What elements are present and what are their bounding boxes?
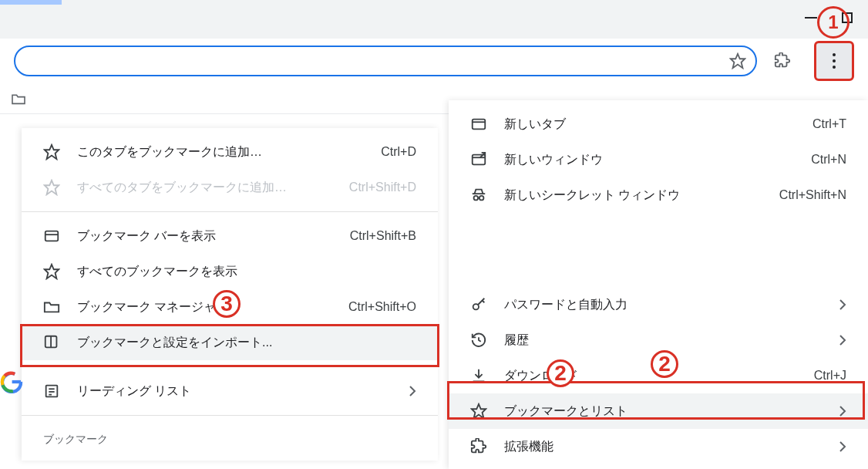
menu-item-incognito[interactable]: 新しいシークレット ウィンドウ Ctrl+Shift+N — [449, 177, 868, 213]
menu-separator — [22, 366, 438, 367]
menu-item-show-all[interactable]: すべてのブックマークを表示 — [22, 254, 438, 289]
svg-marker-0 — [731, 54, 745, 68]
menu-label: すべてのタブをブックマークに追加… — [77, 180, 349, 196]
svg-marker-14 — [45, 181, 59, 194]
new-tab-icon — [470, 116, 487, 133]
menu-label: 新しいウィンドウ — [504, 152, 811, 168]
menu-shortcut: Ctrl+Shift+D — [349, 181, 416, 194]
star-plus-icon — [43, 179, 60, 196]
svg-rect-4 — [473, 155, 486, 165]
book-icon — [43, 334, 60, 351]
list-icon — [43, 383, 60, 400]
url-input[interactable] — [14, 46, 757, 76]
menu-item-passwords[interactable]: パスワードと自動入力 — [449, 287, 868, 322]
menu-label: パスワードと自動入力 — [504, 297, 839, 313]
menu-separator — [22, 415, 438, 416]
menu-shortcut: Ctrl+T — [812, 117, 846, 131]
menu-heading: ブックマーク — [22, 422, 438, 454]
menu-item-bookmark-all[interactable]: すべてのタブをブックマークに追加… Ctrl+Shift+D — [22, 170, 438, 205]
menu-item-history[interactable]: 履歴 — [449, 322, 868, 358]
toolbar-icon — [43, 228, 60, 245]
menu-label: すべてのブックマークを表示 — [77, 264, 416, 280]
menu-label: ブックマーク バーを表示 — [77, 228, 350, 245]
bookmark-folder-icon[interactable] — [11, 93, 26, 105]
menu-item-manager[interactable]: ブックマーク マネージャ Ctrl+Shift+O — [22, 289, 438, 325]
chevron-right-icon — [839, 405, 846, 417]
menu-label: リーディング リスト — [77, 383, 409, 400]
menu-label: 拡張機能 — [504, 439, 839, 455]
menu-separator — [22, 211, 438, 212]
history-icon — [470, 332, 487, 349]
chevron-right-icon — [839, 334, 846, 346]
menu-item-downloads[interactable]: ダウンロード Ctrl+J — [449, 358, 868, 393]
menu-shortcut: Ctrl+J — [814, 369, 846, 383]
svg-rect-2 — [473, 120, 486, 130]
menu-item-extensions[interactable]: 拡張機能 — [449, 429, 868, 464]
menu-item-new-window[interactable]: 新しいウィンドウ Ctrl+N — [449, 142, 868, 177]
menu-item-show-bar[interactable]: ブックマーク バーを表示 Ctrl+Shift+B — [22, 218, 438, 254]
svg-marker-17 — [45, 265, 59, 278]
chevron-right-icon — [839, 299, 846, 311]
google-logo-partial — [0, 370, 23, 417]
window-minimize-button[interactable] — [805, 17, 817, 19]
menu-shortcut: Ctrl+Shift+N — [779, 188, 846, 202]
key-icon — [470, 296, 487, 313]
svg-point-8 — [474, 196, 479, 200]
menu-shortcut: Ctrl+D — [381, 145, 416, 159]
chevron-right-icon — [409, 385, 416, 397]
menu-item-bookmark-tab[interactable]: このタブをブックマークに追加… Ctrl+D — [22, 134, 438, 170]
svg-point-11 — [473, 304, 479, 309]
menu-item-import[interactable]: ブックマークと設定をインポート... — [22, 325, 438, 360]
svg-point-9 — [479, 196, 484, 200]
bookmark-star-icon[interactable] — [729, 52, 746, 69]
svg-marker-12 — [472, 404, 486, 418]
svg-rect-15 — [45, 231, 59, 241]
menu-label: ブックマーク マネージャ — [77, 299, 348, 315]
menu-shortcut: Ctrl+Shift+B — [350, 229, 416, 243]
menu-shortcut: Ctrl+N — [811, 153, 846, 167]
menu-label: 履歴 — [504, 332, 839, 349]
menu-label: 新しいタブ — [504, 116, 812, 133]
star-icon — [43, 143, 60, 160]
menu-label: ブックマークと設定をインポート... — [77, 335, 416, 351]
menu-item-reading-list[interactable]: リーディング リスト — [22, 373, 438, 409]
svg-marker-13 — [45, 145, 59, 159]
star-fill-icon — [43, 263, 60, 280]
chrome-main-menu: 新しいタブ Ctrl+T 新しいウィンドウ Ctrl+N 新しいシークレット ウ… — [449, 100, 868, 469]
menu-shortcut: Ctrl+Shift+O — [348, 300, 416, 314]
folder-star-icon — [43, 299, 60, 315]
menu-label: このタブをブックマークに追加… — [77, 144, 381, 160]
chevron-right-icon — [839, 440, 846, 453]
menu-item-clear-data[interactable]: 閲覧履歴を消去 Ctrl+Shift+Delete — [449, 464, 868, 469]
bookmarks-submenu: このタブをブックマークに追加… Ctrl+D すべてのタブをブックマークに追加…… — [22, 128, 438, 461]
incognito-icon — [470, 187, 487, 204]
menu-item-new-tab[interactable]: 新しいタブ Ctrl+T — [449, 106, 868, 142]
window-restore-button[interactable] — [842, 12, 853, 23]
menu-label: ブックマークとリスト — [504, 403, 839, 420]
download-icon — [470, 367, 487, 384]
star-icon — [470, 403, 487, 420]
menu-label: ダウンロード — [504, 368, 814, 384]
chrome-menu-button[interactable] — [814, 41, 854, 81]
menu-item-bookmarks-lists[interactable]: ブックマークとリスト — [449, 393, 868, 429]
active-tab-indicator — [0, 0, 62, 5]
new-window-icon — [470, 151, 487, 168]
extensions-icon — [470, 438, 487, 455]
extensions-icon[interactable] — [774, 52, 791, 69]
menu-label: 新しいシークレット ウィンドウ — [504, 187, 779, 204]
